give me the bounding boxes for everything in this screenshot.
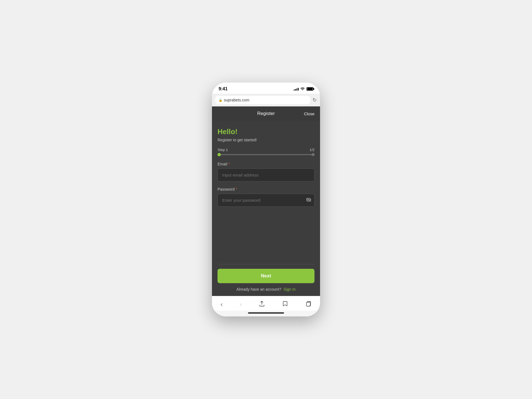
main-content: Register Close Hello! Register to get st… bbox=[212, 106, 320, 296]
spacer bbox=[218, 212, 314, 259]
signin-link[interactable]: Sign In bbox=[283, 287, 296, 291]
bookmarks-button[interactable] bbox=[278, 300, 293, 310]
forward-button[interactable]: › bbox=[235, 300, 246, 309]
progress-dot-end bbox=[312, 153, 314, 156]
home-indicator bbox=[212, 311, 320, 316]
email-input[interactable] bbox=[218, 168, 314, 181]
step-row: Step 1 1/2 bbox=[218, 148, 314, 152]
refresh-icon[interactable]: ↻ bbox=[313, 97, 317, 103]
phone-frame: 9:41 🔒 suprab bbox=[212, 83, 320, 316]
url-text: suprabets.com bbox=[224, 98, 249, 102]
already-account-text: Already have an account? bbox=[236, 287, 281, 291]
progress-bar bbox=[218, 154, 314, 155]
modal-header: Register Close bbox=[212, 106, 320, 121]
password-input[interactable] bbox=[218, 194, 314, 207]
lock-icon: 🔒 bbox=[219, 98, 222, 102]
signal-bars-icon bbox=[294, 87, 299, 91]
url-bar[interactable]: 🔒 suprabets.com bbox=[215, 96, 310, 104]
home-bar bbox=[248, 312, 284, 314]
password-wrapper bbox=[218, 194, 314, 207]
email-label: Email * bbox=[218, 162, 314, 166]
browser-bar: 🔒 suprabets.com ↻ bbox=[212, 94, 320, 106]
status-icons bbox=[294, 87, 313, 91]
step-count: 1/2 bbox=[310, 148, 314, 152]
subtitle-text: Register to get started! bbox=[218, 138, 314, 142]
greeting-title: Hello! bbox=[218, 127, 314, 136]
share-button[interactable] bbox=[254, 300, 269, 310]
password-required-star: * bbox=[236, 187, 237, 191]
svg-rect-1 bbox=[306, 302, 310, 306]
divider bbox=[218, 264, 314, 264]
toggle-password-icon[interactable] bbox=[306, 198, 311, 203]
browser-nav-bar: ‹ › bbox=[212, 296, 320, 311]
wifi-icon bbox=[300, 87, 305, 91]
back-button[interactable]: ‹ bbox=[216, 300, 227, 309]
modal-title: Register bbox=[257, 111, 275, 116]
status-bar: 9:41 bbox=[212, 83, 320, 94]
close-button[interactable]: Close bbox=[304, 111, 314, 116]
email-required-star: * bbox=[228, 162, 230, 166]
next-button[interactable]: Next bbox=[218, 269, 314, 283]
battery-icon bbox=[306, 87, 313, 91]
bottom-section: Next Already have an account? Sign In bbox=[212, 264, 320, 296]
progress-dot-start bbox=[218, 153, 221, 156]
form-content: Hello! Register to get started! Step 1 1… bbox=[212, 121, 320, 264]
step-label: Step 1 bbox=[218, 148, 228, 152]
status-time: 9:41 bbox=[219, 86, 227, 91]
signin-row: Already have an account? Sign In bbox=[218, 287, 314, 291]
password-label: Password * bbox=[218, 187, 314, 191]
tabs-button[interactable] bbox=[301, 300, 316, 310]
